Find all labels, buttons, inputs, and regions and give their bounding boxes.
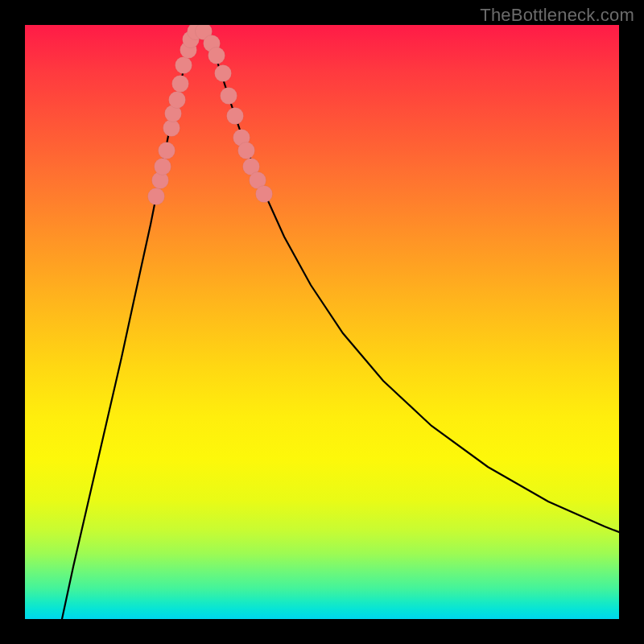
sample-dot — [163, 120, 180, 137]
sample-dot — [172, 76, 189, 93]
curve-layer — [25, 25, 619, 619]
sample-dots — [148, 25, 273, 205]
sample-dot — [175, 57, 192, 74]
sample-dot — [155, 159, 171, 175]
sample-dot — [148, 188, 165, 205]
sample-dot — [169, 92, 186, 109]
chart-frame: TheBottleneck.com — [0, 0, 644, 644]
sample-dot — [208, 47, 225, 64]
sample-dot — [159, 142, 175, 159]
sample-dot — [227, 108, 244, 125]
watermark-text: TheBottleneck.com — [480, 5, 634, 26]
sample-dot — [238, 142, 255, 159]
sample-dot — [221, 88, 237, 105]
curve-right-branch — [207, 31, 619, 532]
plot-area — [25, 25, 619, 619]
sample-dot — [215, 65, 232, 82]
sample-dot — [256, 186, 273, 203]
